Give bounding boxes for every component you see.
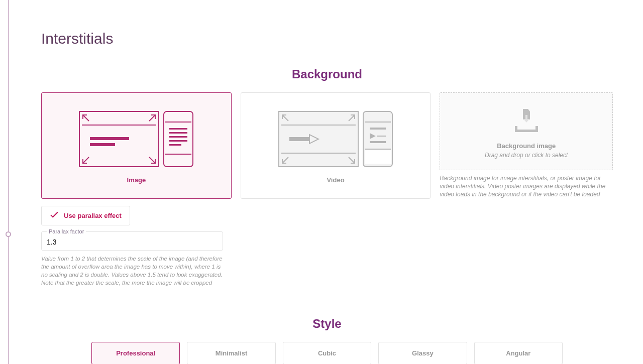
svg-rect-2: [90, 137, 129, 140]
style-option-label: Minimalist: [216, 349, 248, 357]
upload-title: Background image: [448, 142, 604, 150]
svg-rect-3: [90, 143, 115, 146]
svg-rect-22: [370, 141, 386, 143]
svg-rect-9: [169, 140, 187, 142]
parallax-factor-input[interactable]: [42, 232, 223, 250]
parallax-factor-label: Parallax factor: [47, 228, 86, 234]
style-options-row: Professional Minimalist Cubic Glassy Ang…: [41, 342, 613, 364]
background-option-video-label: Video: [249, 176, 422, 184]
video-preview-icon: [249, 111, 422, 167]
style-section: Style Professional Minimalist Cubic Glas…: [41, 317, 613, 364]
background-heading: Background: [41, 67, 613, 81]
style-option-glassy[interactable]: Glassy: [378, 342, 467, 364]
parallax-help-text: Value from 1 to 2 that determines the sc…: [41, 255, 223, 287]
upload-subtitle: Drag and drop or click to select: [448, 152, 604, 159]
svg-rect-4: [164, 111, 193, 167]
svg-rect-6: [169, 128, 187, 130]
page-title: Interstitials: [41, 30, 613, 47]
parallax-factor-field: Parallax factor: [41, 231, 223, 251]
main-content: Interstitials Background: [11, 0, 643, 364]
style-option-angular[interactable]: Angular: [474, 342, 563, 364]
svg-rect-24: [365, 150, 391, 164]
use-parallax-toggle[interactable]: Use parallax effect: [41, 206, 130, 225]
parallax-controls: Use parallax effect Parallax factor Valu…: [41, 206, 223, 287]
check-icon: [50, 211, 59, 220]
style-option-minimalist[interactable]: Minimalist: [187, 342, 275, 364]
timeline-rail: [0, 0, 11, 364]
use-parallax-label: Use parallax effect: [64, 212, 122, 219]
style-option-cubic[interactable]: Cubic: [283, 342, 371, 364]
svg-rect-19: [370, 128, 386, 130]
svg-rect-7: [169, 132, 187, 134]
upload-hint: Background image for image interstitials…: [440, 174, 613, 199]
style-option-label: Professional: [116, 349, 155, 357]
background-option-image[interactable]: Image: [41, 92, 232, 199]
background-image-upload[interactable]: Background image Drag and drop or click …: [440, 92, 613, 170]
style-option-professional[interactable]: Professional: [91, 342, 180, 364]
svg-rect-10: [169, 144, 181, 146]
style-option-label: Glassy: [412, 349, 434, 357]
upload-icon: [513, 107, 540, 135]
timeline-dot-icon: [6, 231, 11, 237]
style-heading: Style: [41, 317, 613, 331]
style-option-label: Angular: [506, 349, 530, 357]
background-option-image-label: Image: [50, 176, 223, 184]
upload-column: Background image Drag and drop or click …: [440, 92, 613, 199]
svg-rect-8: [169, 136, 187, 138]
background-option-video[interactable]: Video: [241, 92, 431, 199]
background-options-row: Image: [41, 92, 613, 199]
image-preview-icon: [50, 111, 223, 167]
style-option-label: Cubic: [318, 349, 336, 357]
